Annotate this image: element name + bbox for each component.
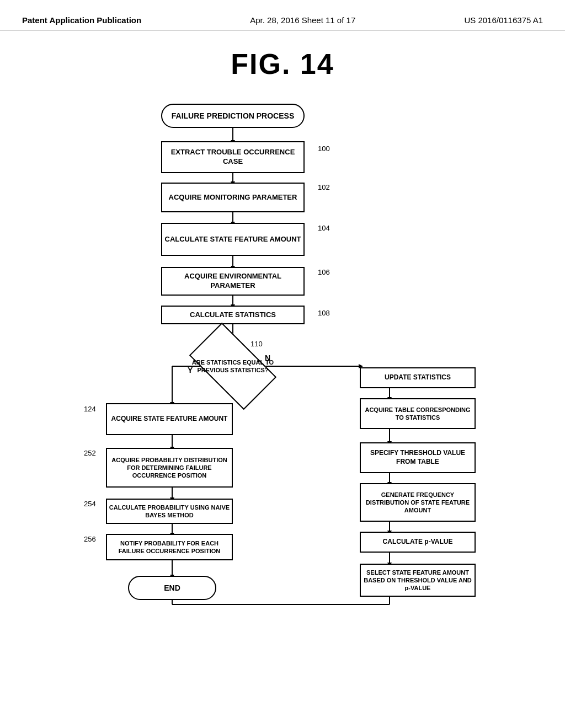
label-106: 106 [318,268,330,276]
label-104: 104 [318,224,330,232]
node-114: ACQUIRE TABLE CORRESPONDING TO STATISTIC… [360,398,476,429]
label-102: 102 [318,183,330,191]
node-108: CALCULATE STATISTICS [161,306,305,324]
node-256: NOTIFY PROBABILITY FOR EACH FAILURE OCCU… [106,534,233,560]
figure-title: FIG. 14 [0,47,565,81]
node-112: UPDATE STATISTICS [360,367,476,388]
node-110-diamond: ARE STATISTICS EQUAL TO PREVIOUS STATIST… [188,340,278,393]
label-254: 254 [84,500,96,508]
node-start: FAILURE PREDICTION PROCESS [161,104,305,128]
flowchart: Y N FAILURE PREDICTION PROCESS 100 EXTRA… [51,92,514,698]
node-122: SELECT STATE FEATURE AMOUNT BASED ON THR… [360,564,476,597]
page-header: Patent Application Publication Apr. 28, … [0,0,565,31]
node-254: CALCULATE PROBABILITY USING NAIVE BAYES … [106,499,233,524]
header-patent-number: US 2016/0116375 A1 [464,15,543,25]
label-252: 252 [84,449,96,457]
label-108: 108 [318,309,330,317]
header-date-sheet: Apr. 28, 2016 Sheet 11 of 17 [250,15,355,25]
node-252: ACQUIRE PROBABILITY DISTRIBUTION FOR DET… [106,448,233,488]
node-end: END [128,576,216,600]
node-100: EXTRACT TROUBLE OCCURRENCE CASE [161,141,305,173]
node-116: SPECIFY THRESHOLD VALUE FROM TABLE [360,442,476,473]
node-104: CALCULATE STATE FEATURE AMOUNT [161,223,305,256]
node-120: CALCULATE p-VALUE [360,532,476,553]
node-106: ACQUIRE ENVIRONMENTAL PARAMETER [161,267,305,296]
node-124: ACQUIRE STATE FEATURE AMOUNT [106,403,233,435]
label-256: 256 [84,535,96,543]
node-102: ACQUIRE MONITORING PARAMETER [161,183,305,212]
label-124: 124 [84,405,96,413]
header-publication-label: Patent Application Publication [22,15,141,25]
node-250: GENERATE FREQUENCY DISTRIBUTION OF STATE… [360,483,476,522]
label-100: 100 [318,144,330,153]
